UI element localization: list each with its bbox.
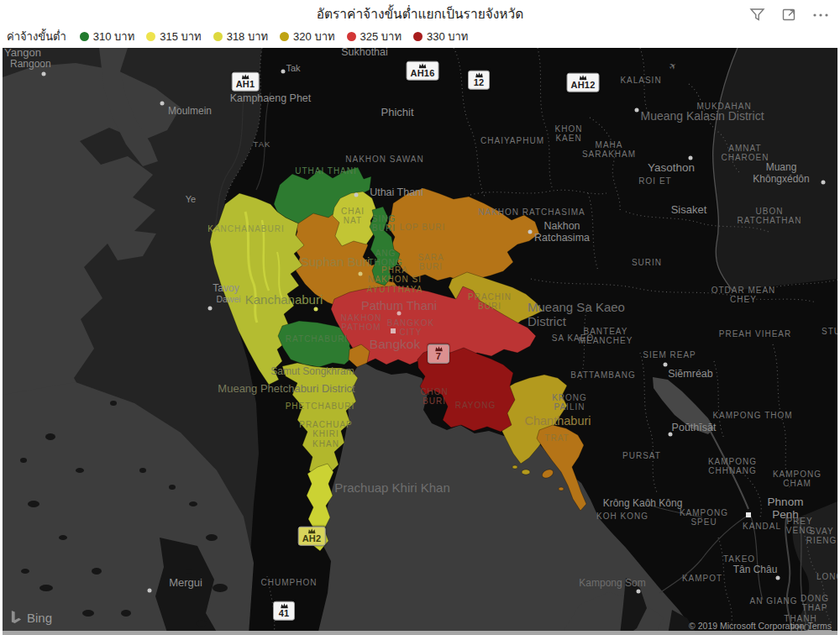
- legend-item-320[interactable]: 320 บาท: [280, 28, 334, 45]
- city-dot-marker: [359, 272, 363, 276]
- more-options-icon[interactable]: [811, 5, 830, 24]
- road-shield-12: 12: [468, 71, 490, 90]
- legend-item-label: 318 บาท: [227, 28, 268, 45]
- visual-header-icons: [748, 5, 830, 24]
- base-map: [3, 48, 837, 635]
- bing-logo[interactable]: Bing: [10, 610, 52, 626]
- legend-item-label: 315 บาท: [160, 28, 201, 45]
- road-shield-AH1: AH1: [232, 72, 260, 92]
- legend-color-dot: [80, 32, 89, 41]
- city-dot-marker: [42, 72, 46, 76]
- city-dot-marker: [160, 102, 165, 106]
- road-shield-41: 41: [273, 601, 295, 621]
- road-shield-label: AH2: [302, 534, 322, 544]
- road-shield-AH2: AH2: [298, 527, 326, 546]
- city-dot-marker: [354, 193, 359, 197]
- legend-color-dot: [213, 32, 223, 41]
- road-shield-label: 7: [436, 352, 441, 362]
- legend-item-310[interactable]: 310 บาท: [80, 28, 134, 45]
- road-shield-7: 7: [428, 344, 449, 364]
- legend-color-dot: [413, 32, 423, 41]
- city-dot-marker: [822, 181, 826, 185]
- city-dot-marker: [148, 589, 152, 593]
- terms-link[interactable]: Terms: [807, 621, 832, 631]
- legend: ค่าจ้างขั้นต่ำ 310 บาท315 บาท318 บาท320 …: [7, 28, 468, 45]
- legend-item-325[interactable]: 325 บาท: [347, 28, 402, 45]
- city-dot-marker: [397, 312, 402, 316]
- legend-color-dot: [280, 32, 289, 41]
- legend-item-330[interactable]: 330 บาท: [413, 28, 468, 45]
- legend-title: ค่าจ้างขั้นต่ำ: [7, 28, 66, 45]
- road-shield-label: 41: [279, 609, 290, 619]
- road-shield-label: 12: [474, 78, 485, 88]
- city-dot-marker: [208, 307, 213, 311]
- road-shield-label: AH16: [411, 69, 435, 79]
- city-dot-marker: [664, 363, 668, 367]
- bing-logo-label: Bing: [27, 611, 52, 625]
- city-dot-marker: [776, 576, 780, 580]
- city-dot-marker: [689, 156, 693, 160]
- city-dot-marker: [314, 307, 318, 312]
- visual-header: อัตราค่าจ้างขั้นต่ำแยกเป็นรายจังหวัด ค่า…: [0, 0, 840, 48]
- legend-color-dot: [146, 32, 155, 41]
- city-dot-marker: [281, 70, 286, 74]
- city-dot-marker: [528, 230, 533, 234]
- copyright-text: © 2019 Microsoft Corporation: [689, 621, 804, 631]
- focus-mode-icon[interactable]: [780, 5, 798, 24]
- city-square-marker: [391, 328, 396, 333]
- legend-item-label: 310 บาท: [93, 28, 134, 45]
- road-shield-label: AH12: [571, 81, 596, 91]
- road-shield-label: AH1: [236, 80, 255, 90]
- legend-item-label: 325 บาท: [360, 28, 402, 45]
- legend-item-315[interactable]: 315 บาท: [146, 28, 201, 45]
- bing-b-icon: [10, 610, 23, 626]
- city-dot-marker: [637, 590, 641, 594]
- legend-item-318[interactable]: 318 บาท: [213, 28, 268, 45]
- road-shield-AH16: AH16: [407, 61, 439, 81]
- city-square-marker: [746, 512, 751, 517]
- city-dot-marker: [635, 108, 639, 113]
- legend-item-label: 330 บาท: [427, 28, 468, 45]
- bing-map-visual[interactable]: YangonRangoonMoulmeinYeTavoyDaweiMerguiT…: [3, 48, 837, 635]
- page-title: อัตราค่าจ้างขั้นต่ำแยกเป็นรายจังหวัด: [0, 3, 840, 24]
- city-dot-marker: [669, 433, 673, 437]
- legend-color-dot: [347, 32, 356, 41]
- legend-item-label: 320 บาท: [293, 28, 334, 45]
- map-attribution: © 2019 Microsoft CorporationTerms: [689, 621, 832, 631]
- horizontal-scrollbar[interactable]: [3, 631, 837, 635]
- road-shield-AH12: AH12: [567, 73, 600, 92]
- filter-icon[interactable]: [748, 5, 766, 24]
